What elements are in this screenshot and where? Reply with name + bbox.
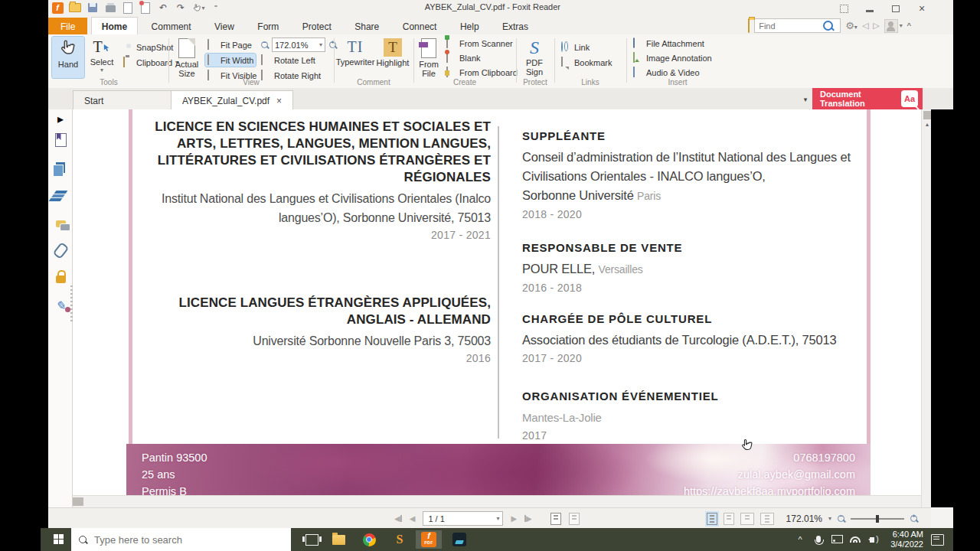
tab-connect[interactable]: Connect [393,18,447,35]
tab-form[interactable]: Form [247,18,289,35]
taskbar-search-input[interactable] [93,533,272,546]
horizontal-scroll-thumb[interactable] [73,497,83,506]
panel-resize-handle[interactable] [70,285,73,322]
hand-tool-button[interactable]: Hand [52,37,84,78]
restore-button[interactable] [883,0,909,17]
image-annotation-button[interactable]: Image Annotation [631,51,714,64]
tab-extras[interactable]: Extras [492,18,538,35]
notifications-button[interactable] [931,534,944,546]
new-tab-icon[interactable] [550,513,561,525]
tab-protect[interactable]: Protect [292,18,341,35]
zoom-in-button[interactable]: + [910,515,917,522]
continuous-view-button[interactable] [724,513,734,525]
first-page-button[interactable]: ◀ [394,514,402,523]
undo-button[interactable]: ↶ [157,2,169,14]
facing-view-button[interactable] [740,513,754,525]
tab-home[interactable]: Home [91,17,138,35]
search-folder-icon[interactable] [748,19,750,33]
print-button[interactable] [104,2,116,14]
foxit-taskbar-button[interactable]: fPDF [416,530,442,549]
close-button[interactable]: × [909,0,935,17]
tab-help[interactable]: Help [450,18,489,35]
next-page-button[interactable]: ▶ [511,514,517,523]
layers-panel-button[interactable] [53,188,68,204]
tab-view[interactable]: View [204,18,244,35]
split-view-icon[interactable] [569,513,580,525]
hidden-icons-button[interactable]: ^ [791,535,809,544]
tab-file[interactable]: File [48,18,87,35]
bookmarks-panel-button[interactable] [53,132,68,148]
attachments-panel-button[interactable] [53,243,68,258]
volume-icon[interactable] [864,535,883,544]
audio-video-button[interactable]: Audio & Video [631,66,702,79]
chrome-button[interactable] [356,530,382,549]
file-attachment-button[interactable]: File Attachment [631,37,707,50]
rotate-left-button[interactable]: Rotate Left [259,54,318,67]
document-translation-button[interactable]: DocumentTranslation Aa [812,88,923,109]
signatures-panel-button[interactable]: ✎ [53,298,68,313]
wifi-icon[interactable] [846,535,864,544]
bookmark-button[interactable]: Bookmark [559,56,615,69]
tab-list-dropdown[interactable]: ▾ [798,93,813,106]
taskbar-search-box[interactable] [71,528,291,551]
from-clipboard-button[interactable]: From Clipboard [444,66,520,79]
zoom-slider-thumb[interactable] [876,515,879,523]
last-page-button[interactable]: ▶ [524,514,532,523]
account-button[interactable]: ▾ [884,19,903,33]
pages-panel-button[interactable] [53,160,68,175]
cast-icon[interactable] [828,535,846,545]
tab-comment[interactable]: Comment [142,18,201,35]
hand-tool-quick-button[interactable]: ▾ [192,2,204,14]
expand-panel-button[interactable]: ▸ [53,111,68,126]
zoom-out-icon[interactable]: − [261,41,268,48]
collapse-ribbon-button[interactable]: ^ [907,21,911,31]
editor-app-button[interactable]: S [387,530,413,549]
start-button[interactable] [54,534,64,545]
vertical-scroll-thumb[interactable] [923,111,931,119]
tab-share[interactable]: Share [345,18,389,35]
page-number-input[interactable] [426,514,483,524]
dark-app-button[interactable] [446,530,472,549]
typewriter-button[interactable]: TI Typewriter [337,37,374,78]
from-scanner-button[interactable]: From Scanner [444,37,515,50]
email-button[interactable] [122,2,134,14]
find-input[interactable] [757,21,823,31]
forward-button[interactable]: ▷ [873,21,879,31]
zoom-out-button[interactable]: − [838,515,844,522]
minimize-button[interactable] [857,0,883,17]
zoom-combo[interactable]: 172.01%▾ [272,37,325,52]
zoom-dropdown[interactable]: ▾ [828,515,831,522]
taskbar-clock[interactable]: 6:40 AM 3/4/2022 [890,530,923,549]
blank-button[interactable]: Blank [444,51,483,64]
gear-icon[interactable]: ⚙▾ [845,20,858,31]
fit-width-button[interactable]: Fit Width [205,54,256,67]
continuous-facing-view-button[interactable] [760,513,774,525]
tab-current-document[interactable]: AYBEK_Zulal_CV.pdf × [171,90,293,110]
comments-panel-button[interactable] [53,216,68,231]
select-tool-button[interactable]: T Select ▾ [86,37,118,78]
previous-page-button[interactable]: ◀ [410,514,416,523]
tab-start-page[interactable]: Start [73,90,172,110]
snapshot-button[interactable]: SnapShot [121,41,175,54]
highlight-button[interactable]: T Highlight [375,37,410,78]
pdf-sign-button[interactable]: S PDF Sign [519,37,550,78]
customize-toolbar-button[interactable]: ⁼ [210,2,222,14]
open-file-button[interactable] [69,2,81,14]
security-panel-button[interactable] [53,269,68,284]
actual-size-button[interactable]: Actual Size [172,37,202,78]
redo-button[interactable]: ↷ [175,2,187,14]
foxit-logo-icon[interactable]: f [51,2,64,14]
close-tab-icon[interactable]: × [276,96,282,106]
zoom-slider[interactable] [851,518,904,520]
horizontal-scrollbar[interactable] [73,495,921,507]
single-page-view-button[interactable] [707,513,717,525]
find-search-icon[interactable] [823,21,833,31]
fullscreen-button[interactable] [831,0,857,17]
fit-page-button[interactable]: Fit Page [205,38,254,51]
from-file-button[interactable]: From File [415,37,443,78]
new-document-button[interactable] [139,2,152,14]
back-button[interactable]: ◁ [862,21,868,31]
link-button[interactable]: Link [559,41,592,54]
task-view-button[interactable] [299,530,325,549]
file-explorer-button[interactable] [325,530,351,549]
